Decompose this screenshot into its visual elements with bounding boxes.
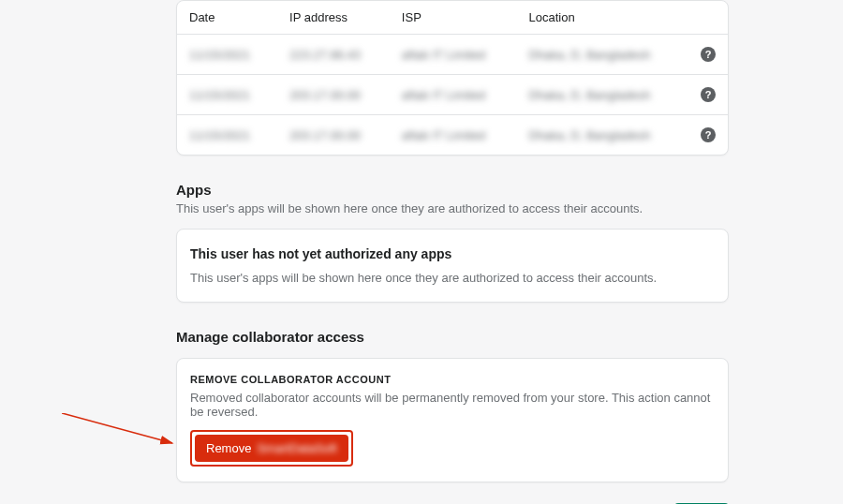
cell-date: 11/15/2021: [189, 128, 250, 142]
login-history-table: Date IP address ISP Location 11/15/2021 …: [177, 1, 728, 155]
cell-ip: 203.17.00.00: [289, 88, 361, 102]
col-location: Location: [516, 1, 688, 35]
question-icon[interactable]: ?: [701, 127, 716, 142]
cell-location: Dhaka, D, Bangladesh: [528, 48, 650, 62]
apps-card-sub: This user's apps will be shown here once…: [190, 271, 715, 285]
remove-button-label: Remove: [206, 441, 251, 455]
question-icon[interactable]: ?: [701, 87, 716, 102]
cell-date: 11/15/2021: [189, 48, 250, 62]
cell-location: Dhaka, D, Bangladesh: [528, 88, 650, 102]
collab-heading: REMOVE COLLABORATOR ACCOUNT: [190, 374, 715, 385]
cell-isp: aftab IT Limited: [402, 48, 485, 62]
remove-button-highlight: Remove SmartDataSoft: [190, 430, 353, 467]
apps-section-subtitle: This user's apps will be shown here once…: [176, 201, 729, 215]
apps-section-title: Apps: [176, 182, 729, 198]
login-history-card: Date IP address ISP Location 11/15/2021 …: [176, 0, 729, 156]
apps-card: This user has not yet authorized any app…: [176, 229, 729, 303]
remove-collaborator-button[interactable]: Remove SmartDataSoft: [195, 435, 348, 462]
collab-card: REMOVE COLLABORATOR ACCOUNT Removed coll…: [176, 358, 729, 482]
question-icon[interactable]: ?: [701, 47, 716, 62]
cell-location: Dhaka, D, Bangladesh: [528, 128, 650, 142]
annotation-arrow-icon: [62, 413, 193, 460]
table-row: 11/15/2021 223.27.86.43 aftab IT Limited…: [177, 35, 728, 75]
cell-ip: 203.17.00.00: [289, 128, 361, 142]
remove-button-name: SmartDataSoft: [257, 441, 336, 455]
table-row: 11/15/2021 203.17.00.00 aftab IT Limited…: [177, 75, 728, 115]
collab-desc: Removed collaborator accounts will be pe…: [190, 391, 715, 419]
cell-isp: aftab IT Limited: [402, 128, 485, 142]
table-row: 11/15/2021 203.17.00.00 aftab IT Limited…: [177, 115, 728, 156]
apps-card-title: This user has not yet authorized any app…: [190, 246, 715, 261]
cell-date: 11/15/2021: [189, 88, 250, 102]
collab-section-title: Manage collaborator access: [176, 329, 729, 345]
col-isp: ISP: [390, 1, 517, 35]
col-ip: IP address: [277, 1, 390, 35]
svg-line-0: [62, 413, 172, 443]
col-date: Date: [177, 1, 277, 35]
cell-ip: 223.27.86.43: [289, 48, 361, 62]
cell-isp: aftab IT Limited: [402, 88, 485, 102]
